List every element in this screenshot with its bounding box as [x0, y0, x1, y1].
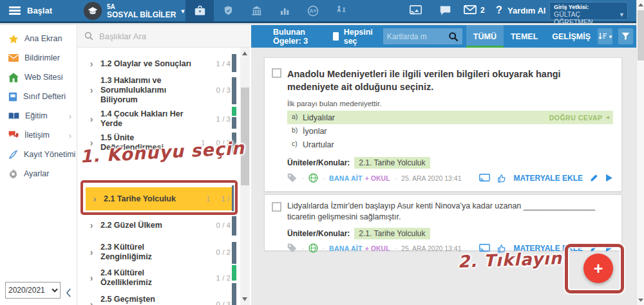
- globe-icon[interactable]: [308, 173, 318, 183]
- sidebar-item-label: Kayıt Yönetimi: [24, 150, 75, 159]
- select-all-checkbox[interactable]: [333, 32, 339, 41]
- thumbs-up-icon[interactable]: [497, 174, 506, 183]
- sidebar-item-label: Sınıf Defteri: [23, 92, 66, 101]
- chevron-down-icon: ▾: [620, 10, 623, 26]
- class-avatar: [84, 2, 102, 20]
- topic-row[interactable]: › 2.2 Güzel Ülkem 0 / 4: [82, 216, 232, 235]
- bank-module-button[interactable]: [242, 0, 270, 21]
- cast-icon[interactable]: [410, 5, 422, 15]
- add-new-item-fab[interactable]: +: [583, 254, 613, 283]
- mail-icon[interactable]: [464, 5, 477, 14]
- topic-row[interactable]: › 1.3 Haklarımı ve Sorumluluklarımı Bili…: [82, 76, 232, 104]
- people-walking-module-button[interactable]: [327, 0, 355, 21]
- chevron-right-icon[interactable]: ›: [82, 299, 100, 305]
- chevron-down-icon: ▾: [181, 7, 185, 15]
- sidebar-item-ayarlar[interactable]: Ayarlar: [0, 164, 77, 183]
- tab-gelismis[interactable]: GELİŞMİŞ: [545, 25, 598, 48]
- star-icon: [8, 34, 19, 44]
- scroll-down-icon[interactable]: [638, 299, 643, 302]
- sidebar-item-sinif-defteri[interactable]: Sınıf Defteri: [0, 87, 77, 106]
- briefcase-module-button[interactable]: [185, 0, 214, 21]
- topic-row[interactable]: › 1.4 Çocuk Hakları Her Yerde 1 / 3: [82, 109, 232, 129]
- sidebar-item-web-sitesi[interactable]: Web Sitesi: [0, 68, 77, 87]
- chevron-right-icon[interactable]: ›: [82, 59, 100, 69]
- question-text: Anadolu Medeniyetleri ile ilgili verilen…: [287, 58, 612, 93]
- scroll-down-icon[interactable]: [242, 297, 247, 301]
- topic-count: 1 / 4: [216, 60, 231, 68]
- sort-button[interactable]: ▾: [598, 28, 612, 44]
- chevron-right-icon[interactable]: ›: [82, 114, 100, 124]
- start-menu-button[interactable]: Başlat: [27, 6, 52, 15]
- help-question-icon[interactable]: ?: [496, 5, 502, 16]
- sidebar-item-ana-ekran[interactable]: Ana Ekran: [0, 29, 77, 48]
- sidebar-item-label: Web Sitesi: [24, 73, 63, 82]
- card-date: 25. ARA 2020 13:41: [401, 174, 461, 182]
- unit-chip[interactable]: 2.1. Tarihe Yolculuk: [354, 157, 430, 169]
- card-checkbox[interactable]: [272, 202, 281, 212]
- add-to-material-button[interactable]: MATERYALE EKLE: [513, 174, 583, 183]
- tab-tumu[interactable]: TÜMÜ: [466, 25, 504, 48]
- option-text: Lidyalılar: [303, 113, 335, 122]
- sidebar-item-bildirimler[interactable]: Bildirimler: [0, 48, 77, 68]
- topics-search-input[interactable]: [99, 32, 222, 41]
- scroll-up-icon[interactable]: [638, 3, 643, 6]
- sidebar-item-kayit-yonetimi[interactable]: Kayıt Yönetimi: [0, 145, 77, 164]
- dot-separator: ·: [323, 245, 325, 252]
- search-icon[interactable]: [448, 32, 459, 42]
- unit-chip[interactable]: 2.1. Tarihe Yolculuk: [354, 228, 430, 239]
- school-year-select[interactable]: 2020/2021: [5, 282, 61, 299]
- chat-icon[interactable]: [439, 5, 451, 16]
- cards-content-area: Anadolu Medeniyetleri ile ilgili verilen…: [251, 48, 636, 305]
- grade-a-plus-module-button[interactable]: A+: [299, 0, 327, 21]
- menu-icon[interactable]: [9, 6, 21, 15]
- help-button[interactable]: Yardım Al: [507, 6, 545, 15]
- owner-extra-label[interactable]: + OKUL: [365, 245, 390, 252]
- owner-label[interactable]: BANA AİT: [329, 174, 363, 182]
- option[interactable]: b) İyonlar: [287, 124, 613, 138]
- tag-icon[interactable]: [287, 243, 297, 253]
- scroll-up-icon[interactable]: [242, 51, 247, 55]
- progress-strip-segment: [232, 242, 236, 264]
- scrollbar-thumb[interactable]: [638, 10, 644, 60]
- card-checkbox[interactable]: [272, 68, 281, 78]
- chevron-right-icon[interactable]: ›: [82, 247, 100, 257]
- shield-check-module-button[interactable]: [214, 0, 242, 21]
- cast-icon[interactable]: [479, 174, 490, 183]
- scrollbar-thumb[interactable]: [241, 88, 249, 185]
- collapse-sidebar-icon[interactable]: [66, 288, 71, 297]
- topic-row[interactable]: › 2.5 Geçmişten Günümüze 0 / 3: [82, 295, 232, 305]
- sidebar-item-iletisim[interactable]: İletişim ›: [0, 125, 77, 145]
- dot-separator: ·: [323, 174, 325, 182]
- bar-chart-module-button[interactable]: [270, 0, 299, 21]
- left-sidebar: Ana Ekran Bildirimler Web Sitesi Sınıf D…: [0, 25, 77, 305]
- tag-icon[interactable]: [287, 173, 297, 183]
- tab-temel[interactable]: TEMEL: [504, 25, 545, 48]
- owner-extra-label[interactable]: + OKUL: [365, 174, 390, 182]
- page-scrollbar[interactable]: [636, 0, 644, 305]
- chevron-right-icon[interactable]: ›: [82, 85, 100, 95]
- option-key: b): [292, 126, 303, 134]
- option-correct[interactable]: a) Lidyalılar DOĞRU CEVAP ◄: [287, 111, 613, 124]
- card-actions: MATERYALE EKLE: [479, 174, 613, 183]
- chevron-right-icon[interactable]: ›: [82, 273, 100, 283]
- class-switcher[interactable]: 5A SOSYAL BİLGİLER ▾: [84, 1, 185, 21]
- topics-scrollbar[interactable]: [240, 48, 250, 305]
- login-role-label: Giriş Yetkisi:: [554, 4, 623, 10]
- topic-row[interactable]: › 1.2 Olaylar ve Sonuçları 1 / 4: [82, 54, 232, 73]
- chevron-right-icon[interactable]: ›: [82, 220, 100, 230]
- chevron-down-icon: ▾: [609, 33, 612, 40]
- cards-search-input[interactable]: [387, 32, 448, 41]
- topic-row[interactable]: › 2.3 Kültürel Zenginliğimiz 0 / 2: [82, 243, 232, 262]
- filter-button[interactable]: [618, 28, 633, 44]
- option[interactable]: c) Urartular: [287, 138, 613, 151]
- play-icon[interactable]: [605, 174, 613, 182]
- owner-label[interactable]: BANA AİT: [329, 245, 363, 252]
- envelope-icon: [8, 54, 19, 62]
- topic-row[interactable]: › 2.4 Kültürel Özelliklerimiz 1 / 2: [82, 268, 232, 288]
- sidebar-item-egitim[interactable]: Eğitim ›: [0, 106, 77, 125]
- pencil-icon[interactable]: [590, 174, 598, 182]
- select-all-label: Hepsini seç: [344, 28, 373, 46]
- dot-separator: ·: [301, 245, 304, 252]
- globe-icon[interactable]: [308, 243, 318, 253]
- login-role-dropdown[interactable]: Giriş Yetkisi: GÜLTAÇ ÖĞRETMEN ▾: [549, 2, 628, 20]
